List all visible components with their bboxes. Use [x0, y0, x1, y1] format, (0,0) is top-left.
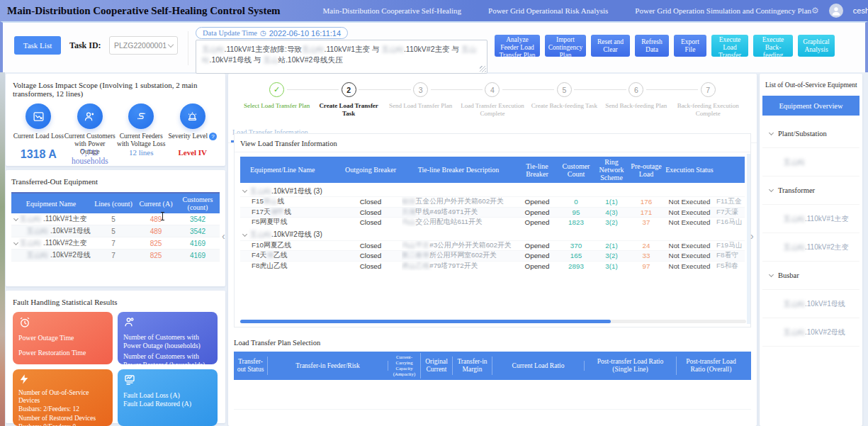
- group-row-busbar1[interactable]: 五山站.10kV#1母线 (3): [240, 186, 745, 196]
- caret-down-icon[interactable]: [242, 231, 247, 236]
- step-select-plan[interactable]: ✓ Select Load Transfer Plan: [241, 82, 312, 118]
- task-id-select[interactable]: PLZG22000001: [109, 36, 178, 55]
- step-send-backfeed-plan[interactable]: 6 Send Back-feeding Plan: [600, 82, 672, 118]
- group-row-busbar2[interactable]: 五山站.10kV#2母线 (3): [240, 230, 745, 240]
- caret-down-icon: [769, 272, 774, 277]
- refresh-data-button[interactable]: Refresh Data: [635, 35, 669, 57]
- transferred-table-header: Equipment Name Lines (count) Current (A)…: [11, 192, 220, 213]
- stat-feeders-voltage-loss: Current Feeders with Voltage Loss 12 lin…: [115, 103, 167, 165]
- tree-section-substation[interactable]: Plant/Substation: [762, 120, 859, 148]
- fault-text: .110kV#1主变故障:导致: [225, 45, 303, 53]
- fault-text: 站.10kV#2母线失压: [278, 55, 342, 64]
- background-map-sliver: [0, 72, 5, 426]
- app-header: Main-Distribution Cooperative Self-Heali…: [0, 0, 868, 21]
- col-tie-line-breaker: Tie-line Breaker: [515, 161, 559, 179]
- table-row[interactable]: F15联山线 Closed 创业五金公用户外开关箱602开关 Opened 0 …: [240, 196, 745, 207]
- caret-down-icon[interactable]: [242, 188, 247, 193]
- col-outgoing-breaker: Outgoing Breaker: [339, 164, 402, 175]
- feeder-line-icon: [128, 103, 154, 129]
- step-send-plan[interactable]: 3 Send Load Transfer Plan: [385, 82, 456, 118]
- table-row[interactable]: F4天湖乙线 Closed 第二春华所公用环网室602开关 Opened 165…: [240, 250, 745, 261]
- col-equipment-name: Equipment Name: [11, 198, 91, 209]
- customers-icon: [123, 316, 212, 332]
- fault-text: .110kV#1主变 与: [325, 45, 382, 53]
- caret-down-icon: [769, 187, 774, 192]
- caret-down-icon[interactable]: [13, 240, 18, 245]
- tree-item-busbar-1[interactable]: 五山站.10kV#1母线: [762, 290, 859, 318]
- view-load-transfer-section: View Load Transfer Information Equipment…: [234, 133, 751, 327]
- data-update-time-label: Data Update Time: [203, 29, 257, 37]
- stat-current-load-loss: Current Load Loss 1318 A: [13, 103, 64, 165]
- nav-item-risk-analysis[interactable]: Power Grid Operational Risk Analysis: [488, 6, 608, 15]
- stat-line: Number of Out-of-Service Devices: [18, 389, 107, 405]
- stat-value: 1318 A: [21, 148, 57, 161]
- analyze-feeder-plan-button[interactable]: Analyze Feeder Load Transfer Plan: [495, 35, 540, 57]
- stat-label: Current Customers with Power Outage: [64, 133, 116, 148]
- redacted-station: 五山站: [381, 45, 404, 53]
- nav-item-self-healing[interactable]: Main-Distribution Cooperative Self-Heali…: [323, 6, 462, 15]
- expand-right-panel-icon[interactable]: ›: [750, 230, 754, 242]
- tree-item-transformer-1[interactable]: 五山站.110kV#1主变: [762, 205, 859, 233]
- tree-section-busbar[interactable]: Busbar: [762, 262, 859, 290]
- transferred-out-equipment-card: Transferred-Out Equipment Equipment Name…: [6, 170, 225, 286]
- plan-table-header: Transfer-out Status Transfer-in Feeder/R…: [234, 352, 751, 380]
- process-stepper: ✓ Select Load Transfer Plan 2 Create Loa…: [228, 74, 757, 118]
- alarm-clock-icon: [18, 316, 107, 332]
- tree-section-transformer[interactable]: Transformer: [762, 176, 859, 205]
- table-row[interactable]: F8虎山乙线 Closed 虎山乙线#79塔79T2开关 Opened 2893…: [240, 261, 745, 271]
- step-create-task[interactable]: 2 Create Load Transfer Task: [312, 82, 384, 118]
- stat-line: Fault Load Loss (A): [123, 391, 212, 400]
- equipment-overview-button[interactable]: Equipment Overview: [762, 96, 859, 116]
- transferred-table: Equipment Name Lines (count) Current (A)…: [11, 192, 220, 262]
- step-transfer-complete[interactable]: 4 Load Transfer Execution Complete: [456, 82, 528, 118]
- execute-load-transfer-button[interactable]: Execute Load Transfer: [711, 35, 748, 57]
- col-transfer-out-status: Transfer-out Status: [234, 357, 268, 375]
- tree-item-transformer-2[interactable]: 五山站.110kV#2主变: [762, 233, 859, 262]
- task-id-value: PLZG22000001: [114, 41, 169, 50]
- table-row[interactable]: F10网夏乙线 Closed 乌山平庄#3公用户外开关箱602开关 Opened…: [240, 240, 745, 251]
- caret-down-icon[interactable]: [13, 215, 18, 220]
- nav-item-simulation-plan[interactable]: Power Grid Operation Simulation and Cont…: [635, 6, 811, 15]
- table-row[interactable]: 五山站.10kV#2母线 7 825 4169: [11, 250, 220, 262]
- horizontal-scrollbar[interactable]: [240, 320, 746, 323]
- fault-text: .110kV#2主变 与: [404, 45, 461, 53]
- textarea-resize-handle[interactable]: [480, 66, 486, 72]
- table-row[interactable]: F5网夏甲线 Closed 乌山交公用配电站611开关 Opened 1823 …: [240, 217, 745, 228]
- export-file-button[interactable]: Export File: [674, 35, 706, 57]
- stat-severity-level: Severity Level? Level IV: [167, 103, 219, 165]
- scrollbar-thumb[interactable]: [240, 320, 611, 323]
- stat-line: Power Outage Time: [18, 334, 107, 342]
- col-equipment-line-name: Equipment/Line Name: [240, 164, 339, 175]
- avatar[interactable]: [829, 4, 843, 18]
- col-transfer-in-feeder-risk: Transfer-in Feeder/Risk: [268, 361, 388, 371]
- table-row[interactable]: 五山站.10kV#1母线 5 489 3542: [11, 225, 220, 237]
- table-row[interactable]: F17天湖甲线 Closed 天湖甲线#49塔49T1开关 Opened 95 …: [240, 207, 745, 218]
- task-list-button[interactable]: Task List: [14, 36, 61, 55]
- stat-customers-outage: Current Customers with Power Outage 7,71…: [64, 103, 116, 165]
- collapse-left-panel-icon[interactable]: ‹: [222, 230, 225, 242]
- stat-label: Current Load Loss: [13, 133, 64, 148]
- impact-title: Voltage Loss Impact Scope (Involving 1 s…: [13, 81, 218, 98]
- table-row[interactable]: 五山站.110kV#1主变 5 489 3542: [11, 213, 220, 225]
- step-backfeed-complete[interactable]: 7 Back-feeding Execution Complete: [672, 82, 744, 118]
- reset-and-clear-button[interactable]: Reset and Clear: [591, 35, 630, 57]
- data-update-time-value: 2022-06-10 16:11:14: [269, 29, 341, 38]
- help-icon[interactable]: ?: [209, 133, 217, 140]
- lightning-bolt-icon: [18, 374, 107, 388]
- execute-back-feeding-button[interactable]: Execute Back-feeding: [753, 35, 793, 57]
- stat-value: Level IV: [178, 148, 207, 157]
- out-of-service-devices-card: Number of Out-of-Service Devices Busbars…: [13, 369, 113, 426]
- fault-description-textarea[interactable]: 五山站.110kV#1主变故障:导致五山站.110kV#1主变 与 五山站.11…: [196, 40, 487, 74]
- tree-item-station[interactable]: 五山站: [762, 148, 859, 176]
- severity-siren-icon: [180, 103, 205, 129]
- gear-icon[interactable]: ⚙: [811, 6, 819, 16]
- import-contingency-plan-button[interactable]: Import Contingency Plan: [545, 35, 586, 57]
- graphical-analysis-button[interactable]: Graphical Analysis: [798, 35, 835, 57]
- col-pre-outage-load: Pre-outage Load: [630, 161, 663, 179]
- col-transfer-in-margin: Transfer-in Margin: [453, 357, 492, 375]
- step-create-backfeed-task[interactable]: 5 Create Back-feeding Task: [529, 82, 600, 118]
- text-cursor: [162, 212, 163, 220]
- table-row[interactable]: 五山站.110kV#2主变 7 825 4169: [11, 237, 220, 250]
- task-id-label: Task ID:: [69, 36, 101, 55]
- tree-item-busbar-2[interactable]: 五山站.10kV#2母线: [762, 318, 859, 347]
